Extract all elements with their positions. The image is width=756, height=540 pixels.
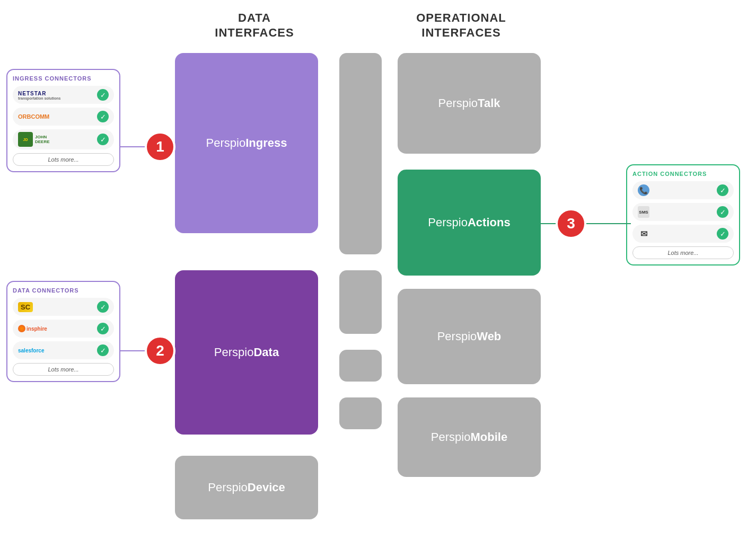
mobile-block-label: PerspioMobile bbox=[431, 430, 507, 444]
ingress-lots-more-button[interactable]: Lots more... bbox=[13, 153, 114, 166]
badge-3: 3 bbox=[556, 208, 586, 239]
check-icon: ✓ bbox=[97, 323, 109, 334]
device-block-label: PerspioDevice bbox=[208, 481, 285, 494]
check-icon: ✓ bbox=[97, 111, 109, 122]
check-icon: ✓ bbox=[717, 228, 728, 240]
list-item: JD JOHNDEERE ✓ bbox=[13, 129, 114, 149]
header-data-interfaces: DATA INTERFACES bbox=[180, 11, 329, 40]
data-lots-more-button[interactable]: Lots more... bbox=[13, 363, 114, 376]
diagram-container: DATA INTERFACES OPERATIONAL INTERFACES I… bbox=[0, 0, 756, 540]
check-icon: ✓ bbox=[97, 344, 109, 356]
talk-block-label: PerspioTalk bbox=[438, 96, 500, 110]
web-block: PerspioWeb bbox=[398, 289, 541, 384]
salesforce-logo: salesforce bbox=[18, 348, 44, 353]
ingress-connector-box: INGRESS CONNECTORS NETSTAR transportatio… bbox=[6, 69, 120, 172]
data-block: PerspioData bbox=[175, 270, 318, 435]
email-logo: ✉ bbox=[638, 228, 649, 240]
action-lots-more-button[interactable]: Lots more... bbox=[632, 246, 734, 259]
check-icon: ✓ bbox=[97, 89, 109, 101]
check-icon: ✓ bbox=[717, 184, 728, 196]
netstar-logo: NETSTAR transportation solutions bbox=[18, 90, 61, 100]
actions-block-label: PerspioActions bbox=[428, 216, 510, 229]
data-connectors-title: DATA CONNECTORS bbox=[13, 287, 114, 294]
ingress-connectors-title: INGRESS CONNECTORS bbox=[13, 75, 114, 82]
list-item: ✉ ✓ bbox=[632, 225, 734, 243]
middle-bar-top bbox=[339, 53, 382, 254]
list-item: ORBCOMM ✓ bbox=[13, 108, 114, 126]
device-block: PerspioDevice bbox=[175, 456, 318, 519]
data-block-label: PerspioData bbox=[214, 346, 279, 359]
talk-block: PerspioTalk bbox=[398, 53, 541, 154]
sc-logo: SC bbox=[18, 302, 33, 312]
header-operational-interfaces: OPERATIONAL INTERFACES bbox=[387, 11, 535, 40]
sms-logo: SMS bbox=[638, 206, 649, 218]
data-connector-box: DATA CONNECTORS SC ✓ insphire ✓ salesfor… bbox=[6, 281, 120, 382]
list-item: insphire ✓ bbox=[13, 320, 114, 338]
middle-bar-bot bbox=[339, 350, 382, 382]
insphire-logo: insphire bbox=[18, 325, 47, 332]
ingress-block-label: PerspioIngress bbox=[206, 136, 287, 150]
mobile-block: PerspioMobile bbox=[398, 397, 541, 477]
web-block-label: PerspioWeb bbox=[437, 330, 502, 343]
check-icon: ✓ bbox=[97, 134, 109, 145]
middle-bar-mid bbox=[339, 270, 382, 334]
action-connectors-title: ACTION CONNECTORS bbox=[632, 171, 734, 177]
list-item: salesforce ✓ bbox=[13, 341, 114, 359]
check-icon: ✓ bbox=[97, 301, 109, 313]
actions-block: PerspioActions bbox=[398, 170, 541, 276]
badge-2: 2 bbox=[145, 335, 175, 366]
action-connector-box: ACTION CONNECTORS 📞 ✓ SMS ✓ ✉ ✓ Lots mor… bbox=[626, 164, 740, 265]
list-item: SC ✓ bbox=[13, 298, 114, 316]
phone-logo: 📞 bbox=[638, 184, 649, 196]
check-icon: ✓ bbox=[717, 206, 728, 218]
johndeere-logo: JD JOHNDEERE bbox=[18, 132, 50, 147]
orbcomm-logo: ORBCOMM bbox=[18, 113, 49, 120]
ingress-block: PerspioIngress bbox=[175, 53, 318, 233]
list-item: NETSTAR transportation solutions ✓ bbox=[13, 86, 114, 104]
list-item: SMS ✓ bbox=[632, 203, 734, 221]
middle-bar-bot2 bbox=[339, 397, 382, 429]
list-item: 📞 ✓ bbox=[632, 181, 734, 199]
badge-1: 1 bbox=[145, 131, 175, 162]
